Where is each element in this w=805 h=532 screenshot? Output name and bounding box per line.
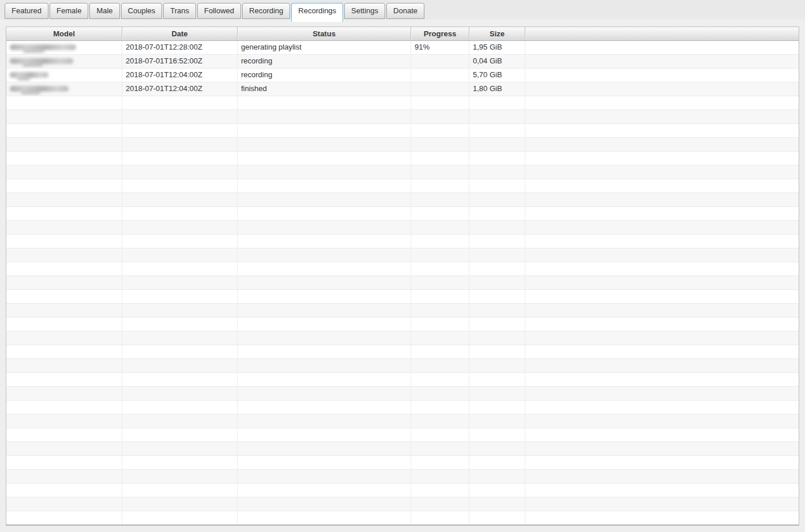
tab-settings[interactable]: Settings (344, 3, 385, 19)
table-row-empty (6, 484, 799, 497)
table-row-empty (6, 345, 799, 359)
table-row-empty (6, 276, 799, 290)
tab-label: Donate (393, 6, 417, 15)
cell-filler (525, 152, 799, 165)
cell-size (469, 387, 525, 400)
cell-model (6, 82, 122, 96)
table-row[interactable]: 2018-07-01T12:04:00Z recording 5,70 GiB (6, 69, 799, 82)
table-body: 2018-07-01T12:28:00Z generating playlist… (6, 41, 799, 525)
cell-status (238, 373, 411, 386)
cell-filler (525, 470, 799, 483)
cell-progress (411, 290, 469, 303)
table-row-empty (6, 387, 799, 401)
tab-label: Featured (12, 6, 42, 15)
redacted-model-name (10, 44, 76, 50)
cell-filler (525, 69, 799, 82)
table-row-empty (6, 96, 799, 110)
tab-recording[interactable]: Recording (242, 3, 290, 19)
cell-model (6, 401, 122, 414)
cell-size (469, 152, 525, 165)
column-header-status[interactable]: Status (238, 27, 411, 40)
tab-label: Trans (170, 6, 189, 15)
tab-label: Recording (249, 6, 283, 15)
tab-featured[interactable]: Featured (5, 3, 48, 19)
tab-recordings[interactable]: Recordings (291, 3, 343, 22)
table-row-empty (6, 511, 799, 525)
cell-size (469, 497, 525, 511)
tab-couples[interactable]: Couples (121, 3, 163, 19)
cell-size (469, 484, 525, 497)
cell-date (122, 179, 238, 193)
cell-date: 2018-07-01T12:28:00Z (122, 41, 238, 54)
column-header-model[interactable]: Model (6, 27, 122, 40)
cell-progress: 91% (411, 41, 469, 54)
cell-date (122, 470, 238, 483)
column-header-size[interactable]: Size (469, 27, 525, 40)
column-header-date[interactable]: Date (122, 27, 238, 40)
cell-status (238, 484, 411, 497)
table-row-empty (6, 497, 799, 511)
cell-filler (525, 221, 799, 234)
cell-model (6, 387, 122, 400)
cell-filler (525, 290, 799, 303)
tab-label: Followed (204, 6, 234, 15)
table-row[interactable]: 2018-07-01T16:52:00Z recording 0,04 GiB (6, 55, 799, 69)
tab-bar: Featured Female Male Couples Trans Follo… (0, 0, 805, 27)
cell-filler (525, 497, 799, 511)
cell-date (122, 221, 238, 234)
cell-status (238, 221, 411, 234)
cell-status (238, 290, 411, 303)
cell-progress (411, 276, 469, 289)
cell-model (6, 276, 122, 289)
tab-female[interactable]: Female (50, 3, 88, 19)
tab-followed[interactable]: Followed (197, 3, 241, 19)
cell-date (122, 304, 238, 317)
tab-label: Recordings (298, 6, 336, 15)
table-header-row: Model Date Status Progress Size (6, 27, 799, 41)
cell-size: 0,04 GiB (469, 55, 525, 68)
tab-donate[interactable]: Donate (386, 3, 424, 19)
table-row-empty (6, 470, 799, 484)
cell-model (6, 484, 122, 497)
cell-model (6, 373, 122, 386)
cell-date (122, 138, 238, 151)
cell-filler (525, 345, 799, 359)
cell-status (238, 414, 411, 428)
cell-filler (525, 331, 799, 345)
cell-size (469, 221, 525, 234)
cell-model (6, 511, 122, 525)
cell-progress (411, 138, 469, 151)
redacted-model-name (10, 72, 48, 78)
tab-label: Settings (351, 6, 378, 15)
table-row-empty (6, 235, 799, 248)
tab-male[interactable]: Male (89, 3, 119, 19)
cell-size (469, 276, 525, 289)
cell-status (238, 193, 411, 206)
cell-progress (411, 373, 469, 386)
table-row[interactable]: 2018-07-01T12:04:00Z finished 1,80 GiB (6, 82, 799, 96)
cell-date (122, 152, 238, 165)
cell-date (122, 401, 238, 414)
cell-progress (411, 414, 469, 428)
cell-size: 1,95 GiB (469, 41, 525, 54)
tab-trans[interactable]: Trans (163, 3, 196, 19)
cell-date: 2018-07-01T16:52:00Z (122, 55, 238, 68)
cell-model (6, 110, 122, 123)
table-row-empty (6, 290, 799, 304)
cell-date (122, 262, 238, 276)
column-header-progress[interactable]: Progress (411, 27, 469, 40)
table-row[interactable]: 2018-07-01T12:28:00Z generating playlist… (6, 41, 799, 55)
cell-model (6, 414, 122, 428)
cell-date (122, 207, 238, 220)
cell-model (6, 96, 122, 110)
cell-status (238, 179, 411, 193)
cell-model (6, 345, 122, 359)
cell-status (238, 248, 411, 262)
cell-progress (411, 428, 469, 442)
cell-status (238, 304, 411, 317)
cell-date (122, 96, 238, 110)
cell-status (238, 235, 411, 248)
cell-status (238, 207, 411, 220)
cell-model (6, 235, 122, 248)
cell-filler (525, 235, 799, 248)
